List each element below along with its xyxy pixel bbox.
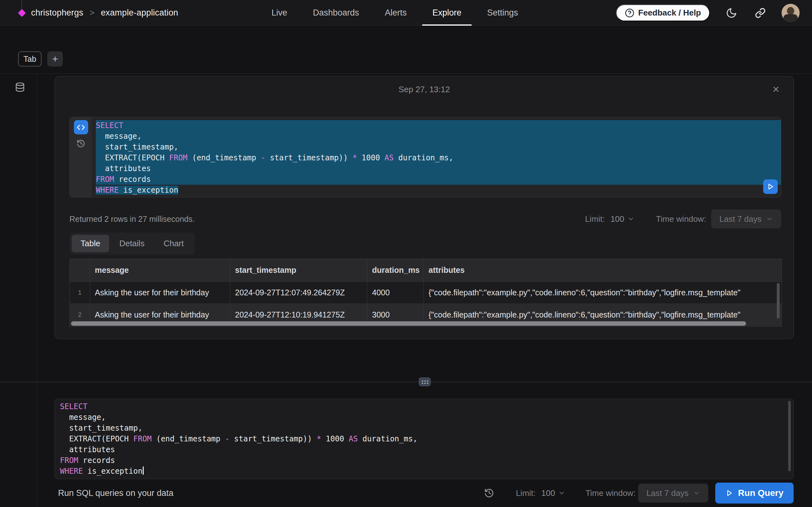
table-header-row: message start_timestamp duration_ms attr… [70, 259, 781, 282]
chevron-down-icon [693, 490, 700, 497]
breadcrumb-separator-icon: > [90, 8, 95, 18]
result-view-tabs: Table Details Chart [69, 233, 195, 255]
avatar-head [787, 7, 794, 15]
history-icon[interactable] [482, 488, 496, 498]
breadcrumb-project[interactable]: example-application [101, 8, 178, 18]
splitter-drag-handle[interactable] [419, 377, 431, 386]
column-header-attributes[interactable]: attributes [424, 259, 781, 281]
drag-dots-icon [421, 380, 428, 384]
table-row[interactable]: 1 Asking the user for their birthday 202… [70, 282, 781, 304]
nav-right-actions: Feedback / Help [616, 0, 800, 26]
user-avatar[interactable] [781, 4, 800, 22]
result-meta-row: Returned 2 rows in 27 milliseconds. Limi… [69, 210, 781, 228]
editor-gutter [70, 117, 92, 197]
horizontal-scrollbar[interactable] [71, 321, 746, 326]
avatar-torso [783, 14, 798, 22]
limit-value[interactable]: 100 [611, 214, 624, 224]
sql-code[interactable]: SELECT message, start_timestamp, EXTRACT… [60, 401, 793, 476]
column-header-start-timestamp[interactable]: start_timestamp [230, 259, 367, 281]
query-result-card: Sep 27, 13:12 ✕ SELECT message, start_ti… [55, 76, 794, 339]
editor-hint: Run SQL queries on your data [58, 488, 173, 498]
close-icon[interactable]: ✕ [771, 84, 781, 95]
sql-query-editor[interactable]: SELECT message, start_timestamp, EXTRACT… [55, 399, 794, 479]
column-header-duration-ms[interactable]: duration_ms [367, 259, 424, 281]
run-query-button[interactable]: Run Query [715, 483, 794, 504]
chevron-down-icon [766, 216, 773, 222]
executed-sql-code[interactable]: SELECT message, start_timestamp, EXTRACT… [92, 117, 781, 197]
splitter-line [0, 382, 812, 382]
history-icon[interactable] [74, 139, 87, 148]
logfire-logo-icon[interactable] [18, 9, 26, 17]
chevron-down-icon[interactable] [558, 490, 565, 497]
bottom-action-bar: Run SQL queries on your data Limit: 100 … [0, 479, 812, 507]
time-window-label: Time window: [656, 214, 706, 224]
share-link-icon[interactable] [753, 7, 768, 19]
results-table: message start_timestamp duration_ms attr… [69, 259, 782, 327]
query-tab[interactable]: Tab [18, 51, 42, 66]
breadcrumb: christophergs > example-application [18, 0, 178, 26]
content-divider [0, 73, 812, 74]
add-tab-button[interactable]: + [47, 51, 63, 66]
query-timestamp: Sep 27, 13:12 [55, 84, 794, 95]
tab-details[interactable]: Details [110, 235, 153, 252]
vertical-scrollbar[interactable] [777, 283, 780, 319]
code-view-icon[interactable] [74, 120, 88, 134]
main-nav: Live Dashboards Alerts Explore Settings [271, 0, 518, 26]
sidebar-divider [37, 74, 37, 507]
feedback-help-button[interactable]: Feedback / Help [616, 4, 710, 21]
schema-database-icon[interactable] [13, 82, 27, 93]
executed-sql-editor: SELECT message, start_timestamp, EXTRACT… [69, 117, 781, 198]
nav-item-dashboards[interactable]: Dashboards [313, 0, 359, 26]
breadcrumb-org[interactable]: christophergs [31, 8, 84, 18]
run-query-label: Run Query [738, 488, 783, 498]
result-summary: Returned 2 rows in 27 milliseconds. [69, 215, 195, 224]
limit-label: Limit: [516, 488, 536, 498]
column-header-message[interactable]: message [90, 259, 230, 281]
cell-duration-ms: 4000 [367, 282, 424, 303]
top-nav: christophergs > example-application Live… [0, 0, 812, 26]
nav-item-explore[interactable]: Explore [432, 0, 461, 26]
time-window-select[interactable]: Last 7 days [711, 210, 781, 228]
nav-item-settings[interactable]: Settings [487, 0, 518, 26]
row-number: 1 [70, 282, 90, 303]
nav-item-alerts[interactable]: Alerts [385, 0, 407, 26]
nav-item-live[interactable]: Live [271, 0, 287, 26]
query-tabs-bar: Tab + [18, 51, 63, 66]
tab-chart[interactable]: Chart [155, 235, 193, 252]
theme-toggle-moon-icon[interactable] [724, 7, 739, 19]
run-query-icon-button[interactable] [763, 179, 778, 194]
time-window-value: Last 7 days [719, 214, 762, 224]
tab-table[interactable]: Table [72, 235, 109, 252]
cell-start-timestamp: 2024-09-27T12:07:49.264279Z [230, 282, 367, 303]
limit-value[interactable]: 100 [542, 488, 555, 498]
explore-page: christophergs > example-application Live… [0, 0, 812, 507]
chevron-down-icon[interactable] [627, 216, 635, 222]
play-icon [725, 489, 733, 497]
column-header-rownum [70, 259, 90, 281]
feedback-help-label: Feedback / Help [638, 8, 701, 18]
editor-scrollbar[interactable] [788, 401, 791, 471]
question-circle-icon [625, 8, 635, 18]
time-window-value: Last 7 days [647, 488, 689, 498]
cell-attributes: {"code.filepath":"example.py","code.line… [424, 282, 781, 303]
cell-message: Asking the user for their birthday [90, 282, 230, 303]
text-cursor [143, 466, 144, 475]
limit-label: Limit: [585, 214, 605, 224]
time-window-label: Time window: [586, 488, 636, 498]
time-window-select[interactable]: Last 7 days [638, 484, 708, 503]
